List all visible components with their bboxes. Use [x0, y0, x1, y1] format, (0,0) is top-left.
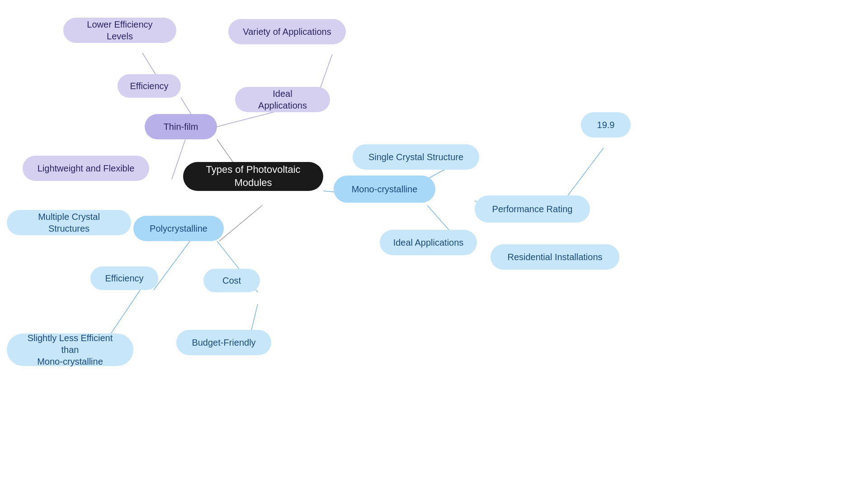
svg-line-5 [217, 110, 280, 127]
residential-installations-node: Residential Installations [491, 244, 619, 270]
efficiency-thinfilm-node: Efficiency [118, 74, 181, 98]
svg-line-9 [154, 241, 190, 290]
mono-crystalline-node: Mono-crystalline [334, 176, 435, 203]
ideal-applications-mono-node: Ideal Applications [380, 230, 477, 255]
ideal-applications-thinfilm-node: Ideal Applications [235, 87, 330, 112]
lightweight-flexible-node: Lightweight and Flexible [23, 156, 149, 181]
slightly-less-node: Slightly Less Efficient than Mono-crysta… [7, 333, 133, 366]
center-node: Types of Photovoltaic Modules [183, 162, 323, 191]
efficiency-poly-node: Efficiency [90, 266, 158, 290]
variety-applications-node: Variety of Applications [228, 19, 346, 44]
svg-line-1 [219, 205, 262, 241]
single-crystal-node: Single Crystal Structure [353, 144, 479, 170]
rating-value-node: 19.9 [581, 112, 631, 138]
performance-rating-node: Performance Rating [475, 195, 590, 223]
budget-friendly-node: Budget-Friendly [176, 330, 271, 355]
multiple-crystal-node: Multiple Crystal Structures [7, 210, 131, 235]
cost-node: Cost [203, 269, 260, 292]
lower-efficiency-node: Lower Efficiency Levels [63, 18, 176, 43]
polycrystalline-node: Polycrystalline [133, 216, 224, 241]
thin-film-node: Thin-film [145, 114, 217, 139]
